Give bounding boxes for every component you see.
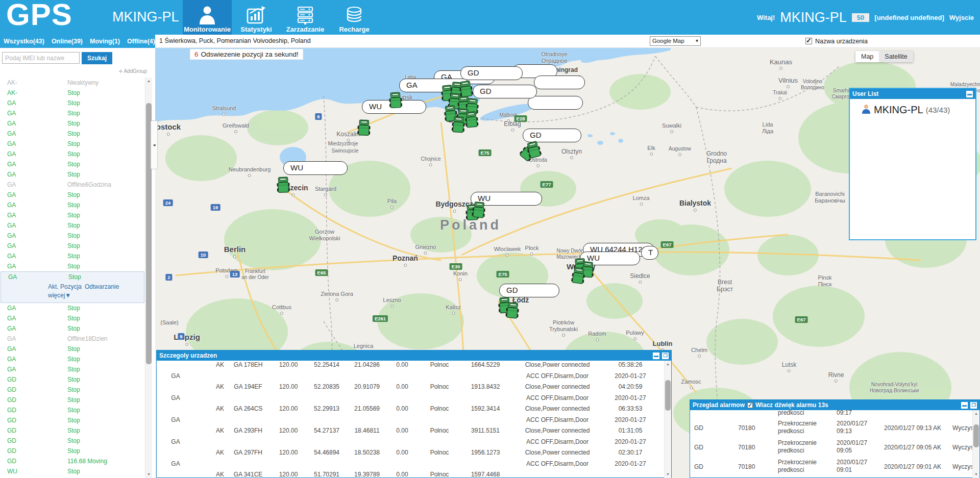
details-row[interactable]: GAACC OFF,Disarm,Door2020-01-27AKGA 194E… (157, 371, 665, 393)
device-row[interactable]: GAStop (0, 139, 145, 149)
device-row[interactable]: GAStop (0, 169, 145, 180)
vehicle-marker[interactable] (505, 301, 520, 320)
device-row[interactable]: GDStop (0, 385, 145, 395)
device-name-checkbox[interactable] (805, 38, 812, 44)
filter-moving[interactable]: Moving(1) (86, 38, 124, 45)
device-row[interactable]: GAStop (1, 272, 144, 282)
vehicle-marker[interactable] (471, 201, 486, 220)
minimize-icon[interactable] (961, 402, 968, 409)
sidebar-collapse-handle[interactable]: ◄ (151, 120, 158, 169)
map-type-select[interactable]: Google Map ▾ (650, 36, 701, 46)
details-scrollbar[interactable]: ▲ ▼ (664, 361, 671, 478)
device-row[interactable]: GAStop (0, 200, 145, 210)
device-row[interactable]: GAStop (0, 220, 145, 231)
device-label-bubble[interactable] (528, 96, 583, 110)
device-row[interactable]: GAOffline18Dzien (0, 334, 145, 344)
tab-management[interactable]: Zarzadzanie (281, 0, 330, 35)
device-row[interactable]: GAStop (0, 313, 145, 323)
popout-icon[interactable] (662, 353, 669, 359)
scroll-up-icon[interactable]: ▲ (665, 361, 671, 368)
search-button[interactable]: Szukaj (82, 52, 112, 64)
alarm-row[interactable]: GD70180Przekroczeniepredkosci2020/01/270… (690, 418, 973, 438)
filter-all[interactable]: Wszystko(43) (0, 38, 48, 45)
device-row[interactable]: GAOffline6Godzina (0, 180, 145, 190)
device-row[interactable]: GAStop (0, 98, 145, 108)
tab-recharge[interactable]: Recharge (330, 0, 379, 35)
alarm-clear-link[interactable]: Wyczysc (952, 424, 973, 432)
alarm-clear-link[interactable]: Wyczysc (952, 444, 973, 451)
device-row[interactable]: AK-Stop (0, 88, 145, 98)
track-link[interactable]: Akt. Pozycja (48, 283, 82, 290)
device-row[interactable]: WUStop (0, 466, 145, 476)
add-group-link[interactable]: ✛AddGroup (119, 68, 147, 74)
device-row[interactable]: GAStop (0, 231, 145, 241)
scrollbar-thumb[interactable] (665, 380, 671, 411)
details-row[interactable]: GAACC OFF,Disarm,Door2020-01-27AKGA 341C… (157, 459, 665, 478)
device-row[interactable]: GAStop (0, 118, 145, 129)
details-row[interactable]: GAACC OFF,Disarm,Door2020-01-27AKGA 293F… (157, 415, 665, 437)
alarm-row[interactable]: GD70180Przekroczeniepredkosci2020/01/270… (690, 438, 973, 457)
device-row[interactable]: GAStop (0, 108, 145, 118)
device-row[interactable]: GAStop (0, 241, 145, 251)
device-label-bubble[interactable]: GD (460, 66, 523, 80)
vehicle-marker[interactable] (451, 116, 465, 134)
scroll-down-icon[interactable]: ▼ (145, 471, 152, 478)
minimize-icon[interactable] (966, 91, 973, 97)
popout-icon[interactable] (970, 402, 977, 409)
device-row[interactable]: GAStop (0, 159, 145, 169)
device-row[interactable]: GAStop (0, 251, 145, 261)
logout-link[interactable]: Wyjscie (949, 14, 974, 21)
filter-offline[interactable]: Offline(4) (124, 38, 159, 45)
scroll-down-icon[interactable]: ▼ (665, 471, 671, 478)
device-row[interactable]: GAStop (0, 149, 145, 159)
scroll-up-icon[interactable]: ▲ (973, 410, 979, 417)
device-row[interactable]: GDStop (0, 395, 145, 405)
device-row[interactable]: GAStop (0, 354, 145, 364)
device-label-bubble[interactable] (534, 76, 585, 89)
search-input[interactable] (2, 52, 80, 64)
device-row[interactable]: GAStop (0, 344, 145, 354)
device-row[interactable]: GD116.68 Moving (0, 456, 145, 466)
device-row[interactable]: GDStop (0, 405, 145, 415)
device-row[interactable]: GAStop (0, 303, 145, 313)
alarm-sound-checkbox[interactable] (747, 402, 753, 408)
more-link[interactable]: więcej▼ (48, 292, 71, 299)
device-label-bubble[interactable]: GD (473, 85, 537, 98)
playback-link[interactable]: Odtwarzanie (85, 283, 119, 290)
device-row[interactable]: GAStop (0, 190, 145, 200)
vehicle-marker[interactable] (388, 91, 403, 109)
alarms-scrollbar[interactable]: ▲ ▼ (972, 410, 979, 478)
device-row[interactable]: GDStop (0, 425, 145, 436)
device-row[interactable]: GAStop (0, 323, 145, 334)
alarm-clear-link[interactable]: Wyczysc (952, 463, 973, 470)
details-row[interactable]: AKGA 178EH120.0052.2541421.042860.00Poln… (157, 361, 665, 371)
vehicle-marker[interactable] (464, 111, 479, 129)
details-row[interactable]: GAACC OFF,Disarm,Door2020-01-27AKGA 297F… (157, 437, 665, 459)
device-row[interactable]: GDStop (0, 415, 145, 425)
device-row[interactable]: AK-Nieaktywny (0, 78, 145, 88)
device-label-bubble[interactable]: GD (523, 129, 581, 142)
device-row[interactable]: GAStop (0, 364, 145, 374)
device-row[interactable]: GDStop (0, 374, 145, 385)
device-label-bubble[interactable]: T (641, 246, 658, 260)
alarm-row[interactable]: GD70180Przekroczeniepredkosci2020/01/270… (690, 457, 973, 476)
device-label-bubble[interactable]: WU (283, 161, 348, 175)
tab-monitoring[interactable]: Monitorowanie (183, 0, 232, 35)
scroll-up-icon[interactable]: ▲ (145, 78, 152, 85)
vehicle-marker[interactable] (276, 177, 290, 194)
vehicle-marker[interactable] (357, 119, 371, 137)
tab-statistics[interactable]: Statystyki (232, 0, 281, 35)
user-tree-item[interactable]: MKING-PL (874, 104, 923, 116)
details-row[interactable]: GAACC OFF,Disarm,Door2020-01-27AKGA 264C… (157, 393, 665, 415)
device-row[interactable]: GAStop (0, 210, 145, 220)
device-row[interactable]: GAStop (0, 129, 145, 139)
scrollbar-thumb[interactable] (973, 424, 979, 447)
minimize-icon[interactable] (653, 353, 659, 359)
device-row[interactable]: GDStop (0, 446, 145, 456)
device-row[interactable]: GDStop (0, 436, 145, 446)
filter-online[interactable]: Online(39) (48, 38, 86, 45)
map-button[interactable]: Map (855, 51, 879, 62)
vehicle-marker[interactable] (571, 266, 586, 285)
satellite-button[interactable]: Satellite (879, 51, 913, 62)
device-label-bubble[interactable]: GD (499, 284, 559, 297)
